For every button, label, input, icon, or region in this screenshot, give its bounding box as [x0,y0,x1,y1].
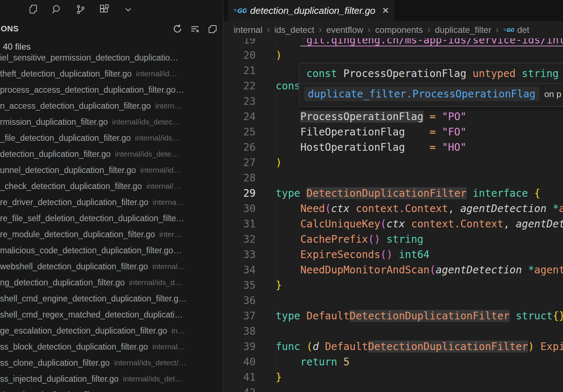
result-filepath: internal/id… [136,69,177,78]
result-row[interactable]: _file_detection_duplication_filter.goint… [0,130,223,146]
code-line: 39func (d DefaultDetectionDuplicationFil… [223,339,563,354]
result-row[interactable]: n_access_detection_duplication_filter.go… [0,98,223,114]
breadcrumb-item[interactable]: eventflow [326,25,363,35]
code-text: "git.qingteng.cn/ms-app-ids/service-ids/… [276,38,563,48]
line-number: 21 [223,63,256,78]
breadcrumb-item[interactable]: components [375,25,423,35]
result-filepath: internal/ids_dete… [115,150,179,158]
result-row[interactable]: malicious_code_detection_duplication_fil… [0,242,223,258]
hover-tooltip: const ProcessOperationFlag untyped strin… [299,63,563,107]
result-row[interactable]: _check_detection_duplication_filter.goin… [0,178,223,194]
code-text: } [276,370,282,385]
result-row[interactable]: process_access_detection_duplication_fil… [0,82,223,98]
result-row[interactable]: webshell_detection_duplication_filter.go… [0,258,223,274]
result-row[interactable]: iel_sensitive_permission_detection_dupli… [0,50,223,66]
result-row[interactable]: shell_cmd_engine_detection_duplication_f… [0,291,223,307]
line-number: 40 [223,354,256,370]
code-line: 33 ExpireSeconds() int64 [223,247,563,262]
result-row[interactable]: re_file_self_deletion_detection_duplicat… [0,210,223,226]
line-number: 25 [223,124,256,140]
result-row[interactable]: ss_clone_duplication_filter.gointernal/i… [0,355,223,371]
result-filepath: internal/ids… [135,134,180,142]
breadcrumb-item[interactable]: duplicate_filter [435,25,491,35]
result-row[interactable]: ss_block_detection_duplication_filter.go… [0,339,223,355]
code-line: 24 ProcessOperationFlag = "PO" [223,109,563,124]
chevron-down-icon[interactable] [122,4,134,15]
result-filepath: intern… [155,101,182,110]
code-text: NeedDupMonitorAndScan(agentDetection *ag… [276,262,563,278]
code-line: 41} [223,370,563,385]
result-row[interactable]: theft_detection_duplication_filter.goint… [0,66,223,82]
code-line: 36 [223,293,563,308]
code-text: return 5 [276,354,349,370]
line-number: 23 [223,94,256,109]
result-row[interactable]: ng_detection_duplication_filter.gointern… [0,274,223,291]
result-filename: re_driver_detection_duplication_filter.g… [0,197,149,207]
code-text: HostOperationFlag = "HO" [276,140,467,155]
result-row[interactable]: shell_cmd_regex_matched_detection_duplic… [0,307,223,323]
result-filename: theft_detection_duplication_filter.go [0,69,132,79]
results-list: iel_sensitive_permission_detection_dupli… [0,50,223,392]
result-filename: ss_clone_duplication_filter.go [0,358,110,368]
import-link[interactable]: "git.qingteng.cn/ms-app-ids/service-ids/… [300,38,563,46]
search-icon[interactable] [51,4,63,15]
code-line: 20) [223,48,563,63]
extensions-icon[interactable] [99,4,110,15]
breadcrumb-file[interactable]: det [517,25,529,35]
chevron-right-icon: › [319,24,322,35]
hover-signature: const ProcessOperationFlag untyped strin… [299,63,563,83]
result-filename: detection_duplication_filter.go [0,149,111,159]
line-number: 31 [223,216,256,232]
source-control-icon[interactable] [75,4,87,15]
result-filename: _file_detection_duplication_filter.go [0,133,131,143]
editor-group: GO detection_duplication_filter.go ✕ int… [223,0,563,392]
result-filename: iel_sensitive_permission_detection_dupli… [0,53,178,63]
vscode-window: { "colors": { "accent_blue": "#55A9F2", … [0,0,563,392]
code-text: } [276,278,282,293]
collapse-all-icon[interactable] [207,24,218,34]
result-filename: ss_injected_duplication_filter.go [0,374,119,384]
breadcrumb-item[interactable]: internal [234,25,263,35]
result-row[interactable]: re_driver_detection_duplication_filter.g… [0,194,223,210]
result-filename: unnel_detection_duplication_filter.go [0,165,136,175]
code-text: CachePrefix() string [276,232,424,247]
panel-title: ONS [1,24,19,34]
tab-title: detection_duplication_filter.go [250,5,375,16]
result-row[interactable]: ss_injected_duplication_filter.gointerna… [0,371,223,387]
result-row[interactable]: unnel_detection_duplication_filter.goint… [0,162,223,178]
chevron-right-icon: › [496,24,499,35]
result-filename: _check_detection_duplication_filter.go [0,181,142,191]
clear-all-icon[interactable] [190,24,200,34]
result-filename: shell_cmd_engine_detection_duplication_f… [0,294,187,304]
breadcrumb-item[interactable]: ids_detect [274,25,314,35]
result-filename: ng_detection_duplication_filter.go [0,278,125,288]
result-row[interactable]: detection_duplication_filter.goint… [0,387,223,392]
files-icon[interactable] [27,4,39,15]
code-line: 25 FileOperationFlag = "FO" [223,124,563,140]
result-filename: rmission_duplication_filter.go [0,117,108,127]
result-row[interactable]: ge_escalation_detection_duplication_filt… [0,323,223,339]
code-text: type DefaultDetectionDuplicationFilter s… [276,308,563,324]
line-number: 42 [223,385,256,392]
code-text: func (d DefaultDetectionDuplicationFilte… [276,339,563,354]
indent-guide [276,94,277,109]
code-text: ExpireSeconds() int64 [276,247,429,262]
line-number: 24 [223,109,256,124]
result-filepath: internal… [152,262,185,271]
result-row[interactable]: detection_duplication_filter.gointernal/… [0,146,223,162]
line-number: 33 [223,247,256,262]
go-file-icon: GO [233,6,246,15]
result-row[interactable]: re_module_detection_duplication_filter.g… [0,226,223,242]
hover-symbol-link[interactable]: duplicate_filter.ProcessOperationFlag [304,87,539,101]
result-filepath: interna… [153,198,184,207]
chevron-right-icon: › [427,24,430,35]
result-row[interactable]: rmission_duplication_filter.gointernal/i… [0,114,223,130]
sidebar: ONS 40 files iel_sensitive_permission_de… [0,0,223,392]
close-icon[interactable]: ✕ [382,5,389,16]
code-text: ProcessOperationFlag = "PO" [276,109,467,124]
tab-detection-duplication-filter[interactable]: GO detection_duplication_filter.go ✕ [228,0,394,21]
code-line: 35} [223,278,563,293]
refresh-icon[interactable] [172,24,183,34]
code-text: Need(ctx context.Context, agentDetection… [276,201,563,216]
hover-reference-row: duplicate_filter.ProcessOperationFlag on… [299,84,563,101]
